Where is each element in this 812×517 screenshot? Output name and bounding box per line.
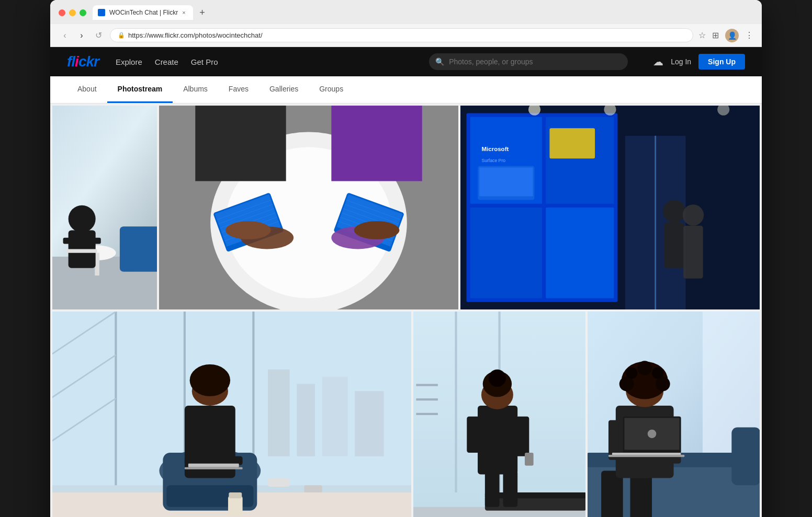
photo-cell-2[interactable] (159, 106, 458, 309)
svg-rect-112 (608, 420, 619, 460)
nav-buttons: ‹ › ↺ (59, 30, 105, 40)
svg-rect-66 (322, 377, 347, 456)
svg-rect-84 (413, 312, 585, 517)
subnav-faves[interactable]: Faves (218, 76, 259, 103)
svg-point-54 (717, 106, 729, 116)
svg-line-61 (52, 312, 116, 355)
svg-rect-56 (52, 312, 411, 485)
flickr-logo[interactable]: flickr (67, 53, 99, 70)
active-tab[interactable]: WOCinTech Chat | Flickr × (93, 5, 193, 20)
svg-rect-92 (485, 492, 585, 498)
close-button[interactable] (59, 9, 65, 16)
svg-rect-89 (416, 413, 438, 415)
minimize-button[interactable] (69, 9, 76, 16)
svg-rect-49 (664, 223, 684, 268)
svg-rect-8 (63, 238, 101, 244)
signup-button[interactable]: Sign Up (698, 54, 745, 70)
url-bar[interactable]: 🔒 https://www.flickr.com/photos/wocintec… (110, 28, 693, 42)
photo-grid: Microsoft Surface Pro (50, 104, 762, 517)
photo-cell-1[interactable] (52, 106, 157, 309)
tab-bar: WOCinTech Chat | Flickr × + (93, 5, 210, 20)
photo-3-svg: Microsoft Surface Pro (460, 106, 760, 309)
photo-4-svg (52, 312, 411, 517)
lock-icon: 🔒 (118, 32, 125, 39)
svg-rect-78 (221, 456, 243, 465)
svg-rect-22 (336, 194, 402, 247)
svg-rect-35 (460, 106, 760, 309)
photo-cell-4[interactable] (52, 312, 411, 517)
photo-cell-5[interactable] (413, 312, 585, 517)
svg-point-99 (481, 381, 513, 409)
svg-point-100 (482, 371, 511, 397)
svg-point-121 (619, 377, 634, 392)
flickr-search-container: 🔍 (429, 53, 628, 70)
svg-rect-104 (588, 456, 760, 517)
search-input[interactable] (429, 53, 628, 70)
login-button[interactable]: Log In (671, 58, 691, 66)
svg-point-11 (210, 132, 407, 310)
svg-rect-73 (166, 485, 253, 507)
nav-explore[interactable]: Explore (116, 58, 142, 66)
svg-rect-33 (195, 106, 286, 181)
svg-line-62 (52, 355, 116, 398)
svg-rect-106 (731, 428, 760, 486)
svg-line-19 (223, 217, 277, 237)
back-button[interactable]: ‹ (59, 31, 71, 40)
svg-line-15 (217, 200, 271, 220)
svg-rect-7 (69, 230, 96, 268)
title-bar: WOCinTech Chat | Flickr × + (50, 0, 762, 24)
maximize-button[interactable] (80, 9, 86, 16)
svg-rect-40 (546, 208, 614, 298)
svg-rect-109 (616, 406, 674, 478)
subnav-photostream[interactable]: Photostream (107, 76, 173, 103)
menu-icon[interactable]: ⋮ (745, 30, 753, 40)
browser-window: WOCinTech Chat | Flickr × + ‹ › ↺ 🔒 http… (50, 0, 762, 517)
subnav-groups[interactable]: Groups (309, 76, 354, 103)
svg-rect-37 (470, 117, 542, 204)
svg-line-24 (345, 204, 399, 224)
svg-rect-79 (188, 464, 239, 467)
upload-icon[interactable]: ☁ (653, 55, 663, 68)
svg-rect-1 (52, 106, 157, 309)
svg-rect-69 (304, 485, 322, 492)
svg-point-6 (69, 205, 96, 233)
nav-create[interactable]: Create (155, 58, 178, 66)
svg-rect-34 (331, 106, 422, 181)
svg-rect-45 (549, 128, 595, 158)
svg-point-71 (159, 449, 261, 492)
svg-rect-51 (683, 226, 703, 279)
svg-rect-115 (608, 455, 684, 457)
tab-title: WOCinTech Chat | Flickr (109, 9, 178, 16)
photo-cell-3[interactable]: Microsoft Surface Pro (460, 106, 760, 309)
svg-rect-43 (478, 166, 534, 200)
svg-rect-65 (297, 384, 315, 456)
url-text: https://www.flickr.com/photos/wocintechc… (128, 31, 263, 39)
profile-sub-nav: About Photostream Albums Faves Galleries… (50, 76, 762, 104)
svg-rect-74 (185, 406, 235, 478)
new-tab-button[interactable]: + (195, 5, 210, 20)
svg-line-26 (342, 213, 396, 233)
tab-close-icon[interactable]: × (182, 9, 185, 16)
svg-line-23 (346, 200, 400, 220)
bookmark-icon[interactable]: ☆ (698, 30, 706, 40)
subnav-albums[interactable]: Albums (173, 76, 218, 103)
subnav-galleries[interactable]: Galleries (259, 76, 309, 103)
flickr-logo-text2: ckr (78, 53, 99, 70)
flickr-logo-accent: i (75, 53, 78, 70)
svg-rect-0 (52, 106, 157, 309)
reload-button[interactable]: ↺ (92, 30, 105, 40)
svg-text:Surface Pro: Surface Pro (481, 158, 505, 163)
photo-cell-6[interactable]: logo (588, 312, 760, 517)
svg-rect-82 (229, 492, 242, 498)
forward-button[interactable]: › (75, 31, 88, 40)
subnav-about[interactable]: About (67, 76, 107, 103)
svg-point-123 (637, 361, 652, 375)
svg-rect-96 (467, 417, 480, 453)
svg-point-124 (626, 367, 637, 379)
layers-icon[interactable]: ⊞ (712, 30, 719, 40)
svg-line-25 (343, 209, 397, 228)
profile-avatar[interactable]: 👤 (725, 29, 739, 42)
svg-rect-70 (52, 492, 411, 517)
nav-get-pro[interactable]: Get Pro (191, 58, 218, 66)
svg-rect-97 (516, 417, 529, 456)
